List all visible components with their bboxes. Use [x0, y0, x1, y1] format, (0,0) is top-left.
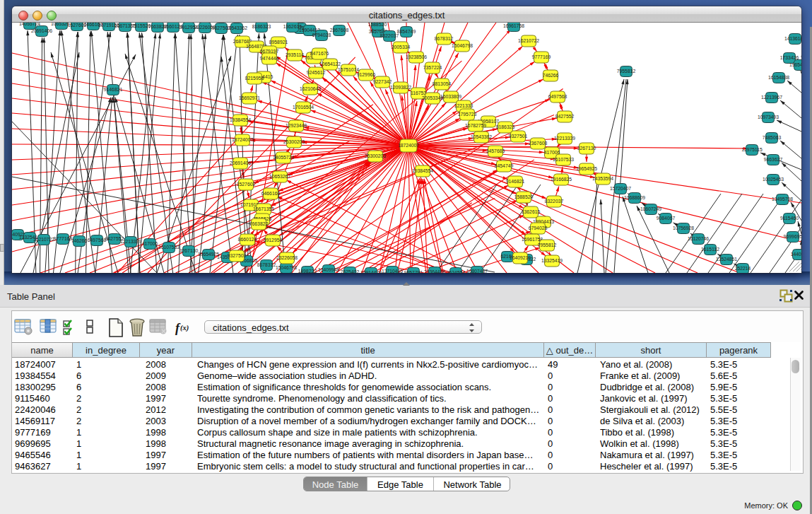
svg-text:1733426: 1733426 [780, 55, 799, 60]
svg-text:18724007: 18724007 [398, 143, 419, 148]
svg-text:12213339: 12213339 [554, 136, 575, 141]
svg-text:13524851: 13524851 [716, 257, 737, 262]
svg-text:10807487: 10807487 [466, 269, 488, 273]
svg-text:8454749: 8454749 [397, 29, 416, 34]
svg-text:12975115: 12975115 [741, 147, 763, 152]
svg-text:20691406: 20691406 [31, 28, 52, 33]
svg-text:746266: 746266 [71, 238, 88, 243]
svg-text:7485063: 7485063 [763, 135, 782, 140]
svg-text:15046798: 15046798 [452, 43, 473, 48]
svg-text:3912954: 3912954 [264, 238, 283, 243]
svg-text:7357224: 7357224 [423, 65, 442, 70]
svg-text:2005334: 2005334 [392, 45, 411, 49]
svg-text:10543362: 10543362 [471, 134, 492, 139]
svg-text:8427552: 8427552 [555, 114, 575, 119]
svg-text:16154838: 16154838 [768, 75, 789, 80]
svg-text:12923448: 12923448 [286, 123, 307, 128]
svg-text:7663822: 7663822 [249, 221, 269, 226]
svg-text:1527602: 1527602 [237, 182, 256, 187]
svg-text:8454749: 8454749 [495, 163, 514, 168]
svg-text:1795723: 1795723 [458, 112, 477, 117]
svg-text:19654923: 19654923 [789, 62, 801, 67]
svg-text:12093822: 12093822 [390, 85, 411, 90]
svg-text:16210643: 16210643 [300, 86, 321, 91]
svg-text:13325419: 13325419 [541, 258, 563, 263]
svg-text:19238506: 19238506 [406, 54, 427, 59]
svg-text:3624554: 3624554 [447, 270, 466, 273]
svg-text:9227342: 9227342 [373, 79, 392, 84]
svg-text:10025453: 10025453 [763, 177, 784, 182]
svg-text:1221333: 1221333 [454, 103, 473, 108]
svg-text:9146821: 9146821 [506, 179, 525, 184]
svg-text:15751074: 15751074 [338, 67, 359, 72]
svg-text:3267130: 3267130 [180, 248, 199, 253]
svg-text:14055724: 14055724 [19, 23, 40, 26]
svg-text:10543362: 10543362 [226, 25, 247, 30]
svg-text:8322037: 8322037 [380, 33, 399, 38]
svg-text:9115460: 9115460 [780, 216, 799, 221]
svg-text:9084067: 9084067 [657, 216, 676, 221]
svg-text:7955812: 7955812 [617, 69, 636, 74]
svg-text:16914479: 16914479 [360, 270, 382, 273]
svg-text:(x): (x) [180, 324, 189, 332]
svg-text:15046798: 15046798 [276, 265, 297, 270]
svg-text:25300203: 25300203 [283, 139, 305, 144]
svg-text:19384554: 19384554 [230, 117, 251, 122]
svg-text:417006: 417006 [142, 241, 158, 246]
svg-text:13710485: 13710485 [382, 269, 403, 273]
svg-text:8678312: 8678312 [257, 262, 276, 267]
svg-text:252214: 252214 [735, 266, 751, 271]
svg-text:16107533: 16107533 [158, 245, 180, 250]
svg-text:8678312: 8678312 [435, 36, 454, 41]
svg-text:7625402: 7625402 [341, 269, 360, 273]
svg-text:2367608: 2367608 [330, 28, 349, 33]
svg-text:19166825: 19166825 [551, 177, 572, 182]
svg-text:16671355: 16671355 [253, 206, 274, 211]
svg-text:8215958: 8215958 [245, 76, 264, 81]
svg-text:16120746: 16120746 [688, 236, 709, 241]
svg-text:6794028: 6794028 [529, 226, 548, 230]
svg-text:1588520: 1588520 [514, 194, 534, 199]
svg-text:20364436: 20364436 [424, 269, 445, 273]
svg-text:8958921: 8958921 [269, 40, 288, 45]
svg-text:16961758: 16961758 [503, 23, 524, 28]
svg-text:1588520: 1588520 [368, 23, 387, 27]
svg-text:746266: 746266 [543, 73, 559, 78]
svg-text:18724007: 18724007 [232, 137, 253, 142]
svg-text:16107533: 16107533 [553, 157, 574, 162]
svg-text:8186323: 8186323 [252, 24, 271, 29]
svg-text:7955812: 7955812 [538, 243, 557, 247]
svg-text:16409948: 16409948 [318, 267, 339, 272]
svg-text:3267130: 3267130 [577, 146, 596, 151]
svg-text:9777169: 9777169 [54, 236, 73, 241]
svg-text:8322037: 8322037 [545, 199, 564, 204]
svg-text:10688609: 10688609 [624, 195, 645, 200]
svg-text:19384554: 19384554 [412, 168, 433, 173]
svg-text:15720407: 15720407 [610, 186, 631, 191]
svg-text:25300203: 25300203 [365, 153, 386, 158]
svg-text:12213339: 12213339 [120, 239, 141, 244]
svg-text:1498222: 1498222 [298, 269, 317, 273]
svg-text:8471676: 8471676 [310, 51, 329, 56]
svg-text:9777169: 9777169 [532, 54, 551, 59]
svg-text:19654925: 19654925 [198, 252, 219, 257]
svg-text:23226058: 23226058 [276, 255, 298, 260]
svg-text:6466160: 6466160 [261, 191, 281, 196]
svg-text:14353594: 14353594 [592, 176, 613, 181]
svg-text:9699695: 9699695 [784, 234, 801, 239]
svg-text:9129966: 9129966 [357, 72, 376, 77]
svg-text:2935114: 2935114 [286, 52, 304, 57]
svg-text:14055724: 14055724 [273, 155, 294, 160]
svg-text:1615112: 1615112 [701, 247, 719, 252]
svg-text:8186323: 8186323 [496, 124, 515, 129]
svg-text:9327503: 9327503 [228, 253, 247, 258]
svg-text:144095: 144095 [791, 252, 801, 257]
svg-text:2367608: 2367608 [529, 141, 548, 146]
svg-text:19654925: 19654925 [576, 166, 597, 171]
svg-text:6497568: 6497568 [88, 238, 107, 243]
svg-text:14136141: 14136141 [784, 36, 801, 41]
svg-text:10653267: 10653267 [269, 174, 290, 179]
svg-text:16782759: 16782759 [465, 123, 486, 128]
svg-text:13495798: 13495798 [772, 197, 793, 201]
svg-text:16409210: 16409210 [510, 255, 531, 260]
